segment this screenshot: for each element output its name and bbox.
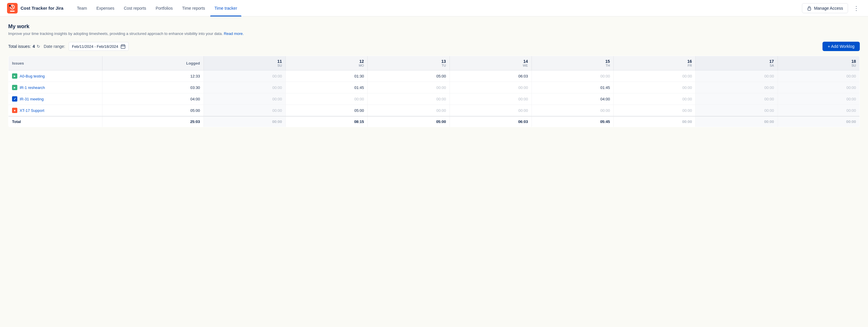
time-cell[interactable]: 00:00 <box>614 70 695 82</box>
total-cell: 06:03 <box>450 116 531 127</box>
time-cell[interactable]: 00:00 <box>614 93 695 105</box>
total-issues-count: 4 <box>33 44 35 49</box>
calendar-icon <box>121 44 125 49</box>
nav-cost-reports[interactable]: Cost reports <box>120 0 150 17</box>
time-cell[interactable]: 00:00 <box>204 70 285 82</box>
total-cell: 00:00 <box>778 116 860 127</box>
refresh-icon[interactable]: ↻ <box>37 44 40 49</box>
time-cell[interactable]: 00:00 <box>531 105 613 117</box>
time-cell[interactable]: 00:00 <box>368 82 450 93</box>
total-cell: 05:00 <box>368 116 450 127</box>
total-cell: 08:15 <box>286 116 368 127</box>
nav-expenses[interactable]: Expenses <box>92 0 118 17</box>
svg-rect-8 <box>121 45 125 48</box>
col-day-15: 15TH <box>531 56 613 70</box>
total-logged: 25:03 <box>102 116 204 127</box>
time-cell[interactable]: 00:00 <box>695 93 778 105</box>
time-cell[interactable]: 00:00 <box>695 105 778 117</box>
time-cell[interactable]: 00:00 <box>204 82 285 93</box>
toolbar-left: Total issues: 4 ↻ Date range: Feb/11/202… <box>8 42 129 51</box>
time-cell[interactable]: 00:00 <box>450 82 531 93</box>
table-header-row: Issues Logged 11SU 12MO 13TU 14WE 15TH <box>8 56 860 70</box>
col-day-13: 13TU <box>368 56 450 70</box>
total-issues: Total issues: 4 ↻ <box>8 44 40 49</box>
task-icon: ✓ <box>12 96 17 102</box>
header-right: Manage Access ⋮ <box>802 3 861 13</box>
total-cell: 00:00 <box>614 116 695 127</box>
issue-link[interactable]: ▸IR-1 reshearch <box>12 85 99 90</box>
svg-rect-7 <box>808 8 811 10</box>
date-range-label: Date range: <box>44 44 65 49</box>
nav-team[interactable]: Team <box>73 0 91 17</box>
time-cell[interactable]: 04:00 <box>531 93 613 105</box>
time-cell[interactable]: 00:00 <box>450 105 531 117</box>
page-description: Improve your time tracking insights by a… <box>8 31 860 36</box>
time-cell[interactable]: 01:45 <box>286 82 368 93</box>
total-cell: 00:00 <box>695 116 778 127</box>
main-content: My work Improve your time tracking insig… <box>0 17 868 134</box>
col-logged: Logged <box>102 56 204 70</box>
issue-link[interactable]: ▸A0-Bug testing <box>12 73 99 79</box>
nav-time-reports[interactable]: Time reports <box>178 0 209 17</box>
col-issues: Issues <box>8 56 102 70</box>
logged-value: 12:33 <box>102 70 204 82</box>
issue-link[interactable]: ●XT-17 Support <box>12 108 99 113</box>
time-cell[interactable]: 00:00 <box>204 105 285 117</box>
col-day-12: 12MO <box>286 56 368 70</box>
table-row: ●XT-17 Support05:0000:0005:0000:0000:000… <box>8 105 860 117</box>
time-cell[interactable]: 00:00 <box>204 93 285 105</box>
time-cell[interactable]: 00:00 <box>614 105 695 117</box>
svg-point-5 <box>9 5 11 7</box>
col-day-17: 17SA <box>695 56 778 70</box>
app-title: Cost Tracker for Jira <box>21 6 63 10</box>
date-range-picker[interactable]: Feb/11/2024 - Feb/18/2024 <box>69 42 129 51</box>
time-cell[interactable]: 00:00 <box>286 93 368 105</box>
time-cell[interactable]: 01:30 <box>286 70 368 82</box>
add-worklog-button[interactable]: + Add Worklog <box>823 42 860 51</box>
logged-value: 04:00 <box>102 93 204 105</box>
time-cell[interactable]: 00:00 <box>695 70 778 82</box>
date-range-value: Feb/11/2024 - Feb/18/2024 <box>72 44 118 49</box>
time-cell[interactable]: 00:00 <box>695 82 778 93</box>
logo-area[interactable]: $ Cost Tracker for Jira <box>7 3 63 13</box>
time-cell[interactable]: 01:45 <box>531 82 613 93</box>
issue-link[interactable]: ✓IR-31 meeting <box>12 96 99 102</box>
time-cell[interactable]: 00:00 <box>368 105 450 117</box>
nav-time-tracker[interactable]: Time tracker <box>210 0 241 17</box>
time-cell[interactable]: 05:00 <box>286 105 368 117</box>
time-cell[interactable]: 00:00 <box>778 105 860 117</box>
col-day-11: 11SU <box>204 56 285 70</box>
total-cell: 05:45 <box>531 116 613 127</box>
col-day-14: 14WE <box>450 56 531 70</box>
time-cell[interactable]: 00:00 <box>778 82 860 93</box>
logo-icon: $ <box>7 3 18 13</box>
time-cell[interactable]: 00:00 <box>368 93 450 105</box>
timesheet-table: Issues Logged 11SU 12MO 13TU 14WE 15TH <box>8 56 860 127</box>
svg-rect-4 <box>10 10 15 12</box>
story-icon: ▸ <box>12 85 17 90</box>
table-row: ▸IR-1 reshearch03:3000:0001:4500:0000:00… <box>8 82 860 93</box>
nav-portfolios[interactable]: Portfolios <box>152 0 177 17</box>
time-cell[interactable]: 00:00 <box>450 93 531 105</box>
page-title: My work <box>8 24 860 30</box>
read-more-link[interactable]: Read more. <box>224 31 244 36</box>
main-nav: Team Expenses Cost reports Portfolios Ti… <box>73 0 802 17</box>
svg-text:$: $ <box>12 5 13 7</box>
story-icon: ▸ <box>12 73 17 79</box>
time-cell[interactable]: 00:00 <box>614 82 695 93</box>
time-cell[interactable]: 06:03 <box>450 70 531 82</box>
time-cell[interactable]: 00:00 <box>778 70 860 82</box>
total-cell: 00:00 <box>204 116 285 127</box>
total-label: Total <box>8 116 102 127</box>
more-options-button[interactable]: ⋮ <box>851 3 861 13</box>
logged-value: 05:00 <box>102 105 204 117</box>
time-cell[interactable]: 05:00 <box>368 70 450 82</box>
table-row: ✓IR-31 meeting04:0000:0000:0000:0000:000… <box>8 93 860 105</box>
manage-access-button[interactable]: Manage Access <box>802 3 848 13</box>
manage-access-label: Manage Access <box>814 6 843 10</box>
time-cell[interactable]: 00:00 <box>531 70 613 82</box>
lock-icon <box>807 6 812 10</box>
table-row: ▸A0-Bug testing12:3300:0001:3005:0006:03… <box>8 70 860 82</box>
col-day-18: 18SU <box>778 56 860 70</box>
time-cell[interactable]: 00:00 <box>778 93 860 105</box>
